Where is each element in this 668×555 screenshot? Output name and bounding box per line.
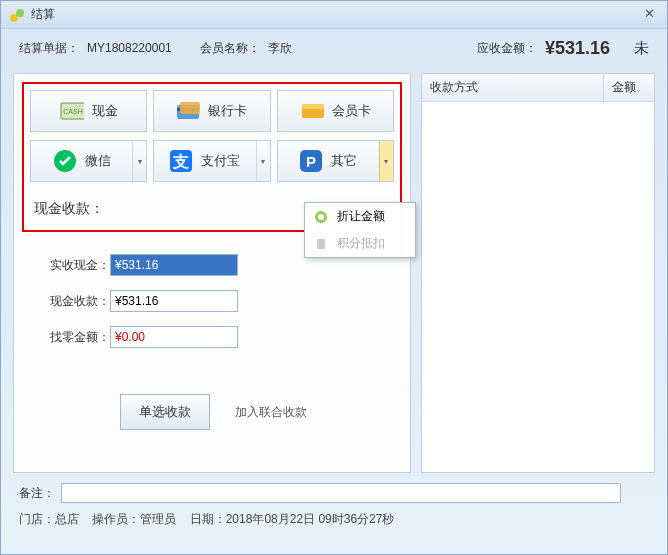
due-label: 应收金额： — [477, 40, 537, 57]
pay-cash-button[interactable]: CASH 现金 — [30, 90, 147, 132]
svg-rect-8 — [302, 104, 324, 109]
store-value: 总店 — [55, 512, 79, 526]
settlement-window: 结算 ✕ 结算单据： MY1808220001 会员名称： 李欣 应收金额： ¥… — [0, 0, 668, 555]
actual-cash-label: 实收现金： — [40, 257, 110, 274]
dropdown-discount-label: 折让金额 — [337, 208, 385, 225]
discount-icon — [313, 209, 329, 225]
info-row: 结算单据： MY1808220001 会员名称： 李欣 应收金额： ¥531.1… — [1, 29, 667, 67]
member-name: 李欣 — [268, 40, 292, 57]
alipay-icon: 支 — [169, 151, 193, 171]
pay-member-button[interactable]: 会员卡 — [277, 90, 394, 132]
combo-pay-button[interactable]: 加入联合收款 — [224, 394, 318, 430]
alipay-dropdown-icon[interactable]: ▾ — [256, 141, 270, 181]
wechat-dropdown-icon[interactable]: ▾ — [132, 141, 146, 181]
svg-rect-16 — [317, 239, 325, 249]
svg-text:P: P — [306, 153, 316, 170]
remark-input[interactable] — [61, 483, 621, 503]
due-amount: ¥531.16 — [545, 38, 610, 59]
svg-text:CASH: CASH — [63, 108, 82, 115]
store-label: 门店： — [19, 512, 55, 526]
pay-cash-label: 现金 — [92, 102, 118, 120]
footer: 备注： 门店：总店 操作员：管理员 日期：2018年08月22日 09时36分2… — [1, 477, 667, 534]
table-header: 收款方式 金额 — [422, 74, 654, 102]
svg-rect-6 — [180, 102, 200, 114]
pay-alipay-label: 支付宝 — [201, 152, 240, 170]
other-dropdown-menu: 折让金额 积分抵扣 — [304, 202, 416, 258]
col-method: 收款方式 — [422, 74, 604, 101]
col-amount: 金额 — [604, 74, 654, 101]
date-value: 2018年08月22日 09时36分27秒 — [226, 512, 395, 526]
left-panel: CASH 现金 银行卡 会员卡 微信 — [13, 73, 411, 473]
pay-other-button[interactable]: P 其它 ▾ — [277, 140, 394, 182]
dropdown-discount-item[interactable]: 折让金额 — [305, 203, 415, 230]
operator-value: 管理员 — [140, 512, 176, 526]
date-label: 日期： — [190, 512, 226, 526]
cash-receive-label: 现金收款： — [40, 293, 110, 310]
svg-point-1 — [16, 9, 24, 17]
operator-label: 操作员： — [92, 512, 140, 526]
membercard-icon — [300, 101, 324, 121]
bankcard-icon — [176, 101, 200, 121]
single-pay-button[interactable]: 单选收款 — [120, 394, 210, 430]
pay-member-label: 会员卡 — [332, 102, 371, 120]
pay-other-label: 其它 — [331, 152, 357, 170]
cash-receive-input[interactable] — [110, 290, 238, 312]
titlebar: 结算 ✕ — [1, 1, 667, 29]
app-icon — [9, 7, 25, 23]
pay-bank-button[interactable]: 银行卡 — [153, 90, 270, 132]
status-row: 门店：总店 操作员：管理员 日期：2018年08月22日 09时36分27秒 — [19, 511, 649, 528]
change-input[interactable] — [110, 326, 238, 348]
actual-cash-input[interactable] — [110, 254, 238, 276]
other-dropdown-icon[interactable]: ▾ — [379, 141, 393, 181]
pay-bank-label: 银行卡 — [208, 102, 247, 120]
remark-label: 备注： — [19, 485, 55, 502]
order-no: MY1808220001 — [87, 41, 172, 55]
pay-wechat-button[interactable]: 微信 ▾ — [30, 140, 147, 182]
close-icon[interactable]: ✕ — [639, 6, 659, 24]
trail-text: 未 — [634, 39, 649, 58]
change-label: 找零金额： — [40, 329, 110, 346]
right-panel: 收款方式 金额 — [421, 73, 655, 473]
svg-text:支: 支 — [172, 153, 189, 170]
form-area: 实收现金： 现金收款： 找零金额： 单选收款 加入联合收款 — [14, 240, 410, 438]
pay-alipay-button[interactable]: 支 支付宝 ▾ — [153, 140, 270, 182]
wechat-icon — [53, 151, 77, 171]
member-label: 会员名称： — [200, 40, 260, 57]
pay-wechat-label: 微信 — [85, 152, 111, 170]
order-label: 结算单据： — [19, 40, 79, 57]
svg-point-15 — [318, 214, 324, 220]
cash-icon: CASH — [60, 101, 84, 121]
points-icon — [313, 236, 329, 252]
dropdown-points-label: 积分抵扣 — [337, 235, 385, 252]
other-icon: P — [299, 151, 323, 171]
dropdown-points-item[interactable]: 积分抵扣 — [305, 230, 415, 257]
window-title: 结算 — [31, 6, 639, 23]
